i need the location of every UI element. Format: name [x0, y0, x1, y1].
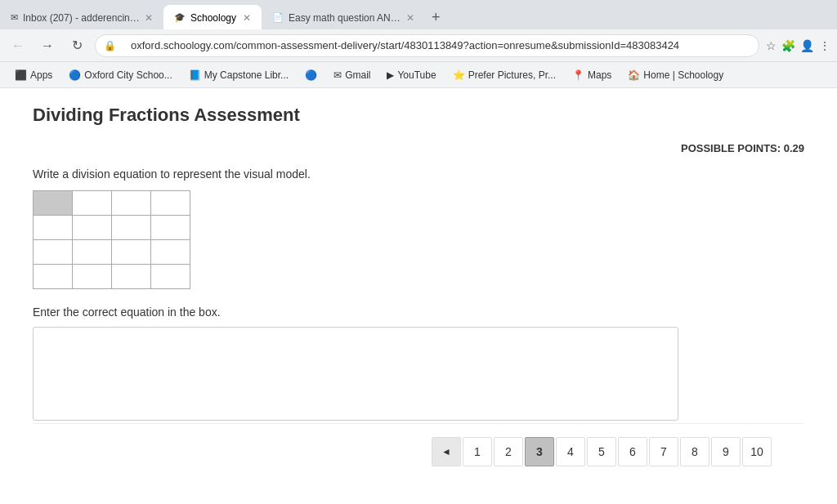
tab-inbox-label: Inbox (207) - adderencin356...: [23, 12, 140, 24]
grid-cell-3-0: [34, 265, 73, 289]
tab-inbox-icon: ✉: [11, 12, 18, 23]
prev-page-button[interactable]: ◄: [432, 437, 461, 466]
grid-cell-3-1: [73, 265, 112, 289]
tab-schoology[interactable]: 🎓 Schoology ✕: [163, 5, 262, 29]
address-icons: ☆ 🧩 👤 ⋮: [766, 39, 830, 52]
grid-cell-1-1: [73, 216, 112, 240]
tab-math-label: Easy math question ANSWER ...: [289, 12, 401, 24]
grid-cell-2-0: [34, 240, 73, 265]
bookmark-gmail-label: Gmail: [345, 69, 370, 81]
bookmark-star-icon[interactable]: ☆: [766, 39, 777, 52]
new-tab-button[interactable]: +: [425, 5, 447, 29]
bookmark-capstone-label: My Capstone Libr...: [204, 69, 289, 81]
bookmark-oxford-label: Oxford City Schoo...: [84, 69, 172, 81]
bookmark-oxford[interactable]: 🔵 Oxford City Schoo...: [62, 68, 178, 83]
grid-cell-1-3: [151, 216, 190, 240]
page-btn-8[interactable]: 8: [680, 437, 709, 466]
grid-cell-2-2: [112, 240, 151, 265]
grid-row-2: [34, 240, 190, 265]
gmail-icon: ✉: [333, 69, 342, 81]
extension-icon[interactable]: 🧩: [781, 39, 795, 52]
bookmark-home-label: Home | Schoology: [643, 69, 723, 81]
grid-cell-1-0: [34, 216, 73, 240]
page-btn-4[interactable]: 4: [556, 437, 585, 466]
page-btn-5[interactable]: 5: [587, 437, 616, 466]
tab-math[interactable]: 📄 Easy math question ANSWER ... ✕: [262, 5, 425, 29]
bookmark-apps-label: Apps: [30, 69, 52, 81]
home-icon: 🏠: [628, 69, 640, 81]
profile-icon[interactable]: 👤: [800, 39, 814, 52]
reload-button[interactable]: ↻: [65, 34, 88, 57]
tab-math-close[interactable]: ✕: [406, 12, 414, 24]
grid-cell-0-2: [112, 191, 151, 216]
grid-cell-0-0: [34, 191, 73, 216]
bookmark-prefer-label: Prefer Pictures, Pr...: [468, 69, 556, 81]
page-btn-2[interactable]: 2: [494, 437, 523, 466]
page-btn-1[interactable]: 1: [463, 437, 492, 466]
lock-icon: 🔒: [104, 40, 116, 51]
grid-cell-0-1: [73, 191, 112, 216]
back-button[interactable]: ←: [7, 34, 29, 57]
grid-cell-2-1: [73, 240, 112, 265]
bookmark-home[interactable]: 🏠 Home | Schoology: [621, 68, 730, 83]
page-btn-6[interactable]: 6: [618, 437, 647, 466]
bookmark-youtube-label: YouTube: [397, 69, 436, 81]
youtube-icon: ▶: [387, 69, 394, 81]
maps-icon: 📍: [572, 69, 584, 81]
menu-icon[interactable]: ⋮: [819, 39, 830, 52]
page-content: Dividing Fractions Assessment POSSIBLE P…: [0, 88, 837, 504]
address-input[interactable]: [121, 34, 750, 57]
grid-cell-3-3: [151, 265, 190, 289]
page-btn-10[interactable]: 10: [742, 437, 772, 466]
tab-schoology-icon: 🎓: [174, 12, 186, 23]
enter-equation-text: Enter the correct equation in the box.: [33, 306, 804, 319]
forward-button[interactable]: →: [36, 34, 59, 57]
tab-schoology-label: Schoology: [190, 12, 238, 24]
capstone-icon: 📘: [189, 69, 201, 81]
bookmark-apps[interactable]: ⬛ Apps: [8, 68, 59, 83]
grid-cell-2-3: [151, 240, 190, 265]
google-icon: 🔵: [305, 69, 317, 81]
bookmark-maps[interactable]: 📍 Maps: [566, 68, 618, 83]
answer-input[interactable]: [33, 327, 678, 421]
address-bar: ← → ↻ 🔒 ☆ 🧩 👤 ⋮: [0, 29, 837, 62]
grid-row-1: [34, 216, 190, 240]
bookmark-prefer[interactable]: ⭐ Prefer Pictures, Pr...: [446, 68, 562, 83]
bookmark-youtube[interactable]: ▶ YouTube: [380, 68, 442, 83]
bookmark-gmail[interactable]: ✉ Gmail: [327, 68, 377, 83]
grid-row-3: [34, 265, 190, 289]
bookmark-google[interactable]: 🔵: [298, 68, 324, 83]
possible-points: POSSIBLE POINTS: 0.29: [33, 142, 804, 154]
apps-icon: ⬛: [15, 69, 27, 81]
bookmark-maps-label: Maps: [588, 69, 611, 81]
grid-cell-3-2: [112, 265, 151, 289]
tab-schoology-close[interactable]: ✕: [243, 12, 251, 24]
page-btn-3[interactable]: 3: [525, 437, 554, 466]
prefer-icon: ⭐: [453, 69, 465, 81]
grid-row-0: [34, 191, 190, 216]
tab-inbox-close[interactable]: ✕: [145, 12, 153, 24]
grid-cell-0-3: [151, 191, 190, 216]
tab-bar: ✉ Inbox (207) - adderencin356... ✕ 🎓 Sch…: [0, 0, 837, 29]
page-btn-9[interactable]: 9: [711, 437, 741, 466]
grid-cell-1-2: [112, 216, 151, 240]
question-text: Write a division equation to represent t…: [33, 167, 804, 181]
tab-math-icon: 📄: [272, 12, 284, 23]
visual-grid: [33, 190, 190, 289]
bookmark-capstone[interactable]: 📘 My Capstone Libr...: [182, 68, 295, 83]
browser-chrome: ✉ Inbox (207) - adderencin356... ✕ 🎓 Sch…: [0, 0, 837, 504]
tab-inbox[interactable]: ✉ Inbox (207) - adderencin356... ✕: [0, 5, 163, 29]
oxford-icon: 🔵: [69, 69, 81, 81]
page-title: Dividing Fractions Assessment: [33, 105, 804, 126]
bookmarks-bar: ⬛ Apps 🔵 Oxford City Schoo... 📘 My Capst…: [0, 62, 837, 88]
page-btn-7[interactable]: 7: [649, 437, 678, 466]
pagination: ◄ 1 2 3 4 5 6 7 8 9 10: [33, 423, 804, 479]
